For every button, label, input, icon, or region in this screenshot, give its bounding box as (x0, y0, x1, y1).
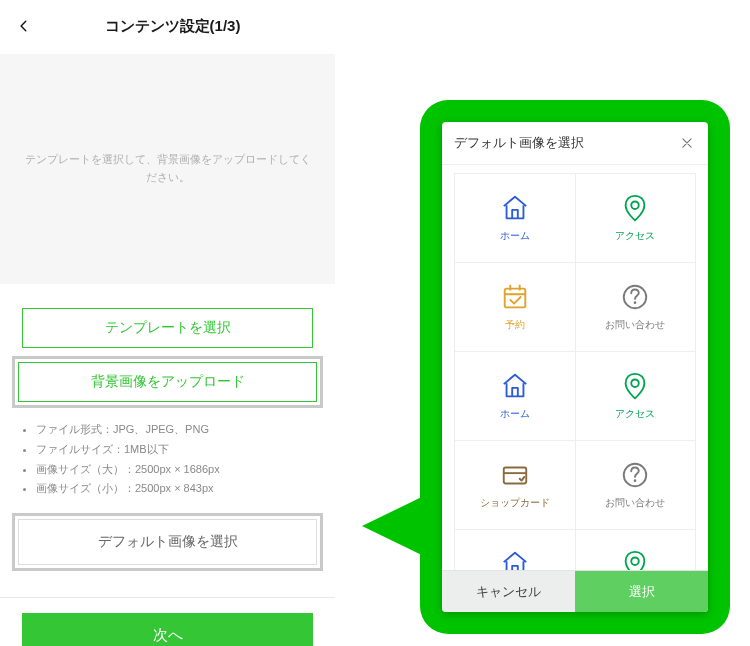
default-image-tile[interactable]: ホーム (455, 174, 575, 262)
house-icon (500, 371, 530, 401)
tile-label: アクセス (615, 407, 655, 421)
spec-item: 画像サイズ（大）：2500px × 1686px (36, 460, 313, 480)
select-default-highlight: デフォルト画像を選択 (12, 513, 323, 571)
question-icon (620, 460, 650, 490)
close-button[interactable] (678, 134, 696, 152)
next-button[interactable]: 次へ (22, 613, 313, 646)
preview-placeholder: テンプレートを選択して、背景画像をアップロードしてください。 (22, 151, 313, 186)
close-icon (680, 136, 694, 150)
bubble-tail (362, 492, 432, 560)
preview-area: テンプレートを選択して、背景画像をアップロードしてください。 (0, 54, 335, 284)
default-image-callout: デフォルト画像を選択 ホームアクセス予約お問い合わせホームアクセスショップカード… (420, 100, 730, 634)
default-image-tile[interactable]: 予約 (455, 263, 575, 351)
tile-label: お問い合わせ (605, 318, 665, 332)
spec-item: ファイル形式：JPG、JPEG、PNG (36, 420, 313, 440)
phone-mock: デフォルト画像を選択 ホームアクセス予約お問い合わせホームアクセスショップカード… (442, 122, 708, 612)
default-image-tile[interactable]: アクセス (576, 174, 696, 262)
header: コンテンツ設定(1/3) (0, 0, 335, 54)
select-default-button[interactable]: デフォルト画像を選択 (18, 519, 317, 565)
tile-label: ショップカード (480, 496, 550, 510)
default-image-tile[interactable]: アクセス (576, 530, 696, 570)
page-title: コンテンツ設定(1/3) (24, 17, 321, 36)
pin-icon (620, 549, 650, 570)
upload-bg-highlight: 背景画像をアップロード (12, 356, 323, 408)
select-template-button[interactable]: テンプレートを選択 (22, 308, 313, 348)
calendar-icon (500, 282, 530, 312)
file-specs: ファイル形式：JPG、JPEG、PNG ファイルサイズ：1MB以下 画像サイズ（… (0, 416, 335, 513)
cancel-button[interactable]: キャンセル (442, 571, 575, 612)
default-image-tile[interactable]: ショップカード (455, 441, 575, 529)
upload-bg-button[interactable]: 背景画像をアップロード (18, 362, 317, 402)
tile-label: ホーム (500, 229, 530, 243)
modal-header: デフォルト画像を選択 (442, 122, 708, 165)
default-image-tile[interactable]: ホーム (455, 352, 575, 440)
pin-icon (620, 371, 650, 401)
tile-label: アクセス (615, 229, 655, 243)
question-icon (620, 282, 650, 312)
divider (0, 597, 335, 599)
default-image-tile[interactable]: お問い合わせ (576, 441, 696, 529)
spec-item: ファイルサイズ：1MB以下 (36, 440, 313, 460)
tile-label: お問い合わせ (605, 496, 665, 510)
tile-label: ホーム (500, 407, 530, 421)
default-image-tile[interactable]: アクセス (576, 352, 696, 440)
modal-actions: キャンセル 選択 (442, 570, 708, 612)
settings-panel: コンテンツ設定(1/3) テンプレートを選択して、背景画像をアップロードしてくだ… (0, 0, 335, 646)
house-icon (500, 193, 530, 223)
default-image-grid: ホームアクセス予約お問い合わせホームアクセスショップカードお問い合わせホームアク… (454, 173, 696, 570)
shopcard-icon (500, 460, 530, 490)
select-button[interactable]: 選択 (575, 571, 708, 612)
spec-item: 画像サイズ（小）：2500px × 843px (36, 479, 313, 499)
default-image-tile[interactable]: ホーム (455, 530, 575, 570)
default-image-tile[interactable]: お問い合わせ (576, 263, 696, 351)
modal-title: デフォルト画像を選択 (454, 134, 678, 152)
house-icon (500, 549, 530, 570)
pin-icon (620, 193, 650, 223)
tile-label: 予約 (505, 318, 525, 332)
